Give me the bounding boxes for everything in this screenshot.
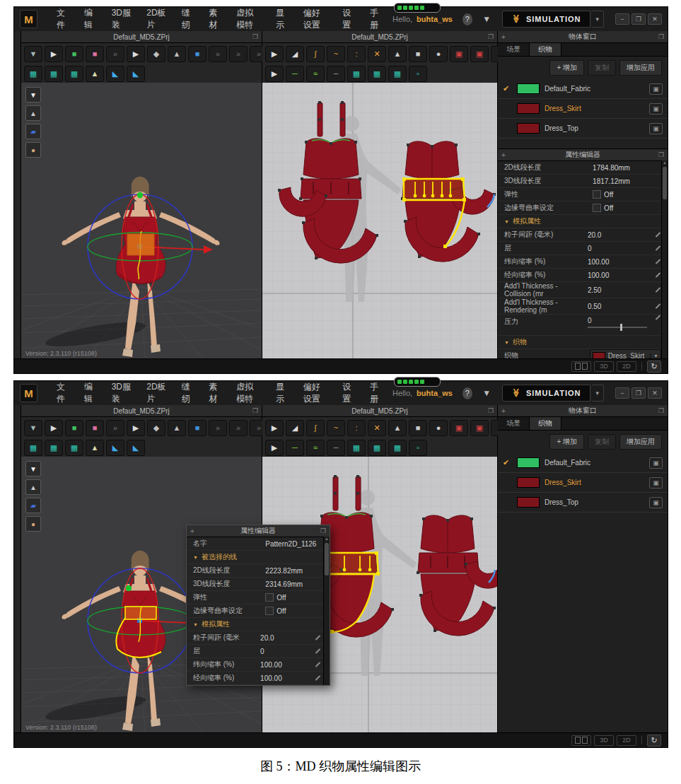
- maximize-button[interactable]: ❐: [631, 13, 646, 25]
- dock-icon[interactable]: +: [501, 33, 506, 41]
- menu-item[interactable]: 2D板片: [139, 381, 174, 405]
- selected-pattern-overlay[interactable]: [127, 234, 154, 255]
- texture-grid-tool-icon[interactable]: ▦: [65, 66, 83, 82]
- wrench-icon[interactable]: [656, 287, 661, 293]
- fabric-list-item[interactable]: Dress_Skirt ▣: [498, 473, 668, 493]
- menu-item[interactable]: 素材: [202, 7, 229, 31]
- select-mesh-green-tool-icon[interactable]: ■: [65, 46, 83, 62]
- dart-tool-icon[interactable]: ▣: [450, 46, 468, 62]
- section-simulation[interactable]: ▼ 模拟属性: [498, 215, 668, 228]
- avatar-thumb-icon[interactable]: ▲: [25, 105, 41, 121]
- circle-tool-icon[interactable]: ●: [429, 420, 448, 436]
- wrench-icon[interactable]: [656, 315, 661, 320]
- wrench-icon[interactable]: [656, 232, 661, 238]
- wrench-icon[interactable]: [656, 259, 661, 264]
- arrange-pattern-tool-icon[interactable]: ■: [188, 46, 206, 62]
- fold-arrangement-tool-icon[interactable]: ▲: [86, 440, 104, 456]
- expand-icon[interactable]: ❐: [658, 33, 664, 40]
- texture-edit-tool-icon[interactable]: ▦: [368, 66, 386, 82]
- wrench-icon[interactable]: [315, 662, 321, 667]
- minimize-button[interactable]: −: [615, 387, 629, 399]
- expand-icon[interactable]: ❐: [658, 407, 664, 414]
- property-value[interactable]: 20.0: [260, 634, 312, 642]
- avatar-shirt-icon[interactable]: ▼: [481, 13, 492, 25]
- segment-sewing-tool-icon[interactable]: ─: [286, 440, 304, 456]
- menu-item[interactable]: 编辑: [76, 7, 104, 31]
- simulation-button[interactable]: ≫ SIMULATION: [502, 11, 590, 28]
- texture-checker-tool-icon[interactable]: ▦: [347, 66, 366, 82]
- wrench-icon[interactable]: [656, 272, 661, 278]
- section-simulation[interactable]: ▼ 模拟属性: [187, 618, 330, 631]
- add-fabric-button[interactable]: + 增加: [549, 434, 584, 450]
- save-icon[interactable]: ▣: [649, 477, 663, 488]
- 2d-patterns[interactable]: [262, 83, 497, 359]
- select-mesh-pink-tool-icon[interactable]: ■: [86, 46, 104, 62]
- texture-edit-tool-icon[interactable]: ▦: [45, 66, 63, 82]
- property-value[interactable]: 2314.69mm: [265, 580, 321, 588]
- view-3d-button[interactable]: 3D: [594, 735, 614, 746]
- select-mesh-green-tool-icon[interactable]: ■: [65, 420, 83, 436]
- fabric-swatch[interactable]: [517, 103, 540, 114]
- tab-fabric[interactable]: 织物: [529, 42, 561, 56]
- add-point-tool-icon[interactable]: :: [347, 420, 366, 436]
- scroll-thumb[interactable]: [325, 543, 329, 575]
- avatar-tool-icon[interactable]: ▲: [168, 420, 186, 436]
- menu-item[interactable]: 文件: [49, 7, 76, 31]
- polygon-tool-icon[interactable]: ▲: [388, 420, 407, 436]
- menu-item[interactable]: 手册: [362, 7, 390, 31]
- edit-sewing-tool-icon[interactable]: ▶: [265, 440, 284, 456]
- edit-pattern-tool-icon[interactable]: ◢: [286, 46, 304, 62]
- segment-sewing-tool-icon[interactable]: ─: [286, 66, 304, 82]
- select-move-tool-icon[interactable]: ▶: [45, 420, 63, 436]
- simulation-dropdown[interactable]: ▼: [592, 11, 604, 28]
- property-value[interactable]: 2223.82mm: [265, 567, 321, 575]
- simulation-button[interactable]: ≫ SIMULATION: [502, 385, 590, 402]
- box-select-tool-icon[interactable]: ◆: [147, 420, 165, 436]
- texture-edit-tool-icon[interactable]: ▦: [45, 440, 63, 456]
- property-value[interactable]: 0.50: [588, 303, 652, 310]
- copy-fabric-button[interactable]: 复制: [588, 60, 616, 76]
- property-value[interactable]: 0: [260, 648, 312, 655]
- rect-dart-tool-icon[interactable]: ▣: [470, 420, 489, 436]
- dock-icon[interactable]: +: [501, 407, 506, 415]
- expand-icon[interactable]: ❐: [252, 33, 258, 40]
- fabric-swatch[interactable]: [517, 497, 540, 508]
- pin-tool-icon[interactable]: ▶: [127, 420, 145, 436]
- pin-tool-icon[interactable]: ▶: [127, 46, 145, 62]
- menu-item[interactable]: 显示: [268, 381, 296, 405]
- menu-item[interactable]: 素材: [202, 381, 229, 405]
- wind-controller-tool-icon[interactable]: ◣: [106, 66, 124, 82]
- scroll-thumb[interactable]: [663, 167, 667, 199]
- texture-small-tool-icon[interactable]: ▫: [409, 66, 427, 82]
- wind-controller-tool-icon[interactable]: ◣: [106, 440, 124, 456]
- head-thumb-icon[interactable]: ●: [25, 142, 41, 158]
- property-value[interactable]: 1784.80mm: [593, 164, 661, 172]
- expand-icon[interactable]: ❐: [488, 407, 494, 414]
- texture-checker-tool-icon[interactable]: ▦: [347, 440, 366, 456]
- simulation-dropdown[interactable]: ▼: [592, 385, 604, 402]
- fabric-list-item[interactable]: ✔ Default_Fabric ▣: [498, 453, 668, 473]
- detach-sewing-tool-icon[interactable]: ╌: [327, 440, 345, 456]
- save-icon[interactable]: ▣: [649, 457, 663, 469]
- fold-arrangement-tool-icon[interactable]: ▲: [86, 66, 104, 82]
- 3d-scene[interactable]: [21, 83, 262, 359]
- wind-controller-alt-tool-icon[interactable]: ◣: [127, 440, 145, 456]
- dock-icon[interactable]: +: [190, 527, 194, 535]
- tab-fabric[interactable]: 织物: [529, 416, 561, 430]
- add-apply-fabric-button[interactable]: 增加应用: [619, 60, 662, 76]
- texture-grid-tool-icon[interactable]: ▦: [65, 440, 83, 456]
- menu-item[interactable]: 3D服装: [104, 381, 139, 405]
- tab-scene[interactable]: 场景: [498, 416, 529, 430]
- free-sewing-tool-icon[interactable]: ≈: [306, 440, 325, 456]
- strengthen-simulate-icon[interactable]: ▼: [24, 46, 42, 62]
- fabric-list-item[interactable]: ✔ Default_Fabric ▣: [498, 79, 668, 99]
- edit-pattern-tool-icon[interactable]: ◢: [286, 420, 304, 436]
- add-point-tool-icon[interactable]: :: [347, 46, 366, 62]
- save-icon[interactable]: ▣: [649, 123, 663, 134]
- more-tools-chevron-icon[interactable]: »: [106, 46, 124, 62]
- menu-item[interactable]: 设置: [334, 381, 362, 405]
- box-select-tool-icon[interactable]: ◆: [147, 46, 165, 62]
- close-button[interactable]: ✕: [648, 387, 662, 399]
- more-tools-chevron-icon[interactable]: »: [209, 46, 227, 62]
- texture-small-tool-icon[interactable]: ▫: [409, 440, 427, 456]
